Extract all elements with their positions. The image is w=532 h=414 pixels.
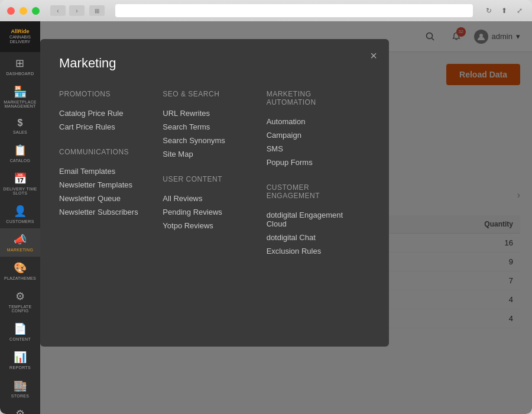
plazathemes-icon: 🎨 <box>14 261 27 274</box>
stores-icon: 🏬 <box>14 379 27 392</box>
sidebar-item-marketplace[interactable]: 🏪 MARKETPLACE MANAGEMENT <box>0 80 40 113</box>
refresh-icon[interactable]: ↻ <box>484 5 494 16</box>
modal-col-3: Marketing Automation Automation Campaign… <box>267 88 370 272</box>
content-icon: 📄 <box>14 322 27 335</box>
maximize-window-button[interactable] <box>32 7 40 15</box>
share-icon[interactable]: ⬆ <box>499 5 510 16</box>
site-map-link[interactable]: Site Map <box>163 147 254 161</box>
customers-icon: 👤 <box>14 205 27 218</box>
dotdigital-chat-link[interactable]: dotdigital Chat <box>267 231 358 244</box>
back-button[interactable]: ‹ <box>50 5 66 16</box>
title-bar: ‹ › ⊞ ↻ ⬆ ⤢ <box>0 0 532 21</box>
search-synonyms-link[interactable]: Search Synonyms <box>163 134 254 147</box>
modal-col-2: SEO & Search URL Rewrites Search Terms S… <box>163 88 266 272</box>
logo-area: AllRide CANNABIS DELIVERY <box>0 21 40 52</box>
sidebar-item-content[interactable]: 📄 CONTENT <box>0 318 40 346</box>
popup-forms-link[interactable]: Popup Forms <box>267 156 358 169</box>
delivery-icon: 📅 <box>14 172 27 185</box>
all-reviews-link[interactable]: All Reviews <box>163 192 254 205</box>
sales-icon: $ <box>17 118 22 128</box>
promotions-section: Promotions Catalog Price Rule Cart Price… <box>59 90 151 134</box>
customer-engagement-section: Customer Engagement dotdigital Engagemen… <box>267 183 358 258</box>
sidebar-item-settings[interactable]: ⚙ <box>0 403 40 414</box>
sidebar-item-marketing[interactable]: 📣 MARKETING <box>0 228 40 257</box>
sidebar: AllRide CANNABIS DELIVERY ⊞ Dashboard 🏪 … <box>0 21 40 414</box>
close-window-button[interactable] <box>7 7 15 15</box>
layout-button[interactable]: ⊞ <box>89 5 105 16</box>
communications-section: Communications Email Templates Newslette… <box>59 148 151 219</box>
marketing-icon: 📣 <box>14 233 27 246</box>
automation-link[interactable]: Automation <box>267 115 358 128</box>
url-rewrites-link[interactable]: URL Rewrites <box>163 106 254 120</box>
sidebar-item-sales[interactable]: $ SALES <box>0 113 40 139</box>
user-content-heading: User Content <box>163 175 254 183</box>
modal-col-1: Promotions Catalog Price Rule Cart Price… <box>59 88 163 272</box>
sidebar-item-delivery[interactable]: 📅 DELIVERY TIME SLOTS <box>0 167 40 200</box>
minimize-window-button[interactable] <box>20 7 27 15</box>
main-content: 32 admin ▾ Reload Data <box>40 21 532 414</box>
settings-icon: ⚙ <box>15 407 25 414</box>
catalog-icon: 📋 <box>14 144 27 157</box>
modal-overlay: Marketing × Promotions Catalog Price Rul… <box>40 21 532 414</box>
exclusion-rules-link[interactable]: Exclusion Rules <box>267 244 358 258</box>
yotpo-reviews-link[interactable]: Yotpo Reviews <box>163 219 254 232</box>
expand-icon[interactable]: ⤢ <box>514 5 525 16</box>
sidebar-item-catalog[interactable]: 📋 CATALOG <box>0 139 40 167</box>
email-templates-link[interactable]: Email Templates <box>59 164 151 178</box>
sidebar-item-dashboard[interactable]: ⊞ Dashboard <box>0 52 40 80</box>
dashboard-icon: ⊞ <box>15 57 24 70</box>
newsletter-templates-link[interactable]: Newsletter Templates <box>59 178 151 192</box>
sidebar-item-plazathemes[interactable]: 🎨 PLAZATHEMES <box>0 257 40 285</box>
customer-engagement-heading: Customer Engagement <box>267 183 358 200</box>
sidebar-item-stores[interactable]: 🏬 STORES <box>0 374 40 403</box>
cart-price-rules-link[interactable]: Cart Price Rules <box>59 120 151 134</box>
user-content-section: User Content All Reviews Pending Reviews… <box>163 175 254 232</box>
seo-section: SEO & Search URL Rewrites Search Terms S… <box>163 90 254 161</box>
reports-icon: 📊 <box>14 351 27 364</box>
dotdigital-engagement-link[interactable]: dotdigital Engagement Cloud <box>267 208 358 231</box>
marketing-automation-section: Marketing Automation Automation Campaign… <box>267 90 358 169</box>
communications-heading: Communications <box>59 148 151 156</box>
catalog-price-rule-link[interactable]: Catalog Price Rule <box>59 106 151 120</box>
address-bar[interactable] <box>115 4 473 17</box>
marketplace-icon: 🏪 <box>14 85 27 98</box>
seo-heading: SEO & Search <box>163 90 254 98</box>
sidebar-item-reports[interactable]: 📊 REPORTS <box>0 346 40 374</box>
template-icon: ⚙ <box>15 290 25 303</box>
campaign-link[interactable]: Campaign <box>267 128 358 142</box>
modal-close-button[interactable]: × <box>370 50 377 62</box>
newsletter-subscribers-link[interactable]: Newsletter Subscribers <box>59 205 151 219</box>
newsletter-queue-link[interactable]: Newsletter Queue <box>59 192 151 205</box>
search-terms-link[interactable]: Search Terms <box>163 120 254 134</box>
modal-columns: Promotions Catalog Price Rule Cart Price… <box>59 88 370 272</box>
logo: AllRide CANNABIS DELIVERY <box>0 28 40 45</box>
promotions-heading: Promotions <box>59 90 151 98</box>
marketing-automation-heading: Marketing Automation <box>267 90 358 106</box>
forward-button[interactable]: › <box>69 5 85 16</box>
sidebar-item-customers[interactable]: 👤 CUSTOMERS <box>0 200 40 228</box>
sms-link[interactable]: SMS <box>267 142 358 156</box>
app-container: AllRide CANNABIS DELIVERY ⊞ Dashboard 🏪 … <box>0 21 532 414</box>
marketing-modal: Marketing × Promotions Catalog Price Rul… <box>40 39 389 347</box>
modal-title: Marketing <box>59 56 370 71</box>
sidebar-item-template[interactable]: ⚙ TEMPLATE CONFIG <box>0 285 40 318</box>
pending-reviews-link[interactable]: Pending Reviews <box>163 205 254 219</box>
window: ‹ › ⊞ ↻ ⬆ ⤢ AllRide CANNABIS DELIVERY ⊞ … <box>0 0 532 414</box>
